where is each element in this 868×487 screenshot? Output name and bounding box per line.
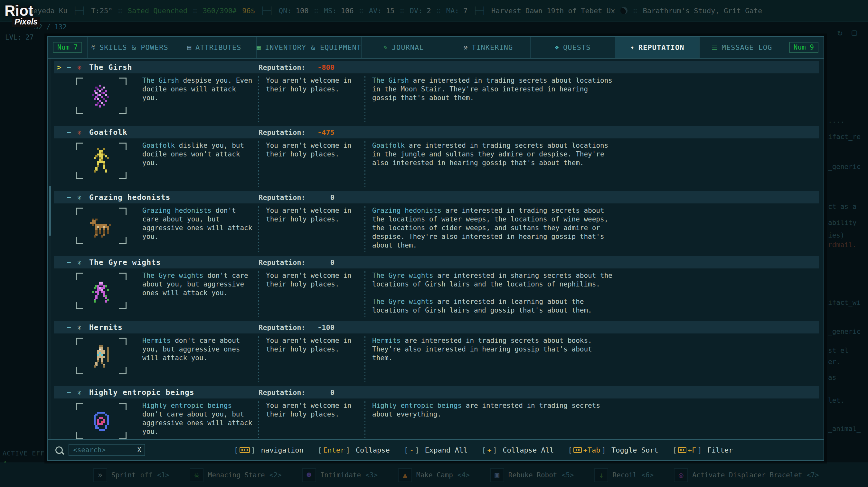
faction-header[interactable]: − ✳ The Gyre wights Reputation: 0 [54, 256, 819, 268]
faction-details: Hermits don't care about you, but aggres… [54, 333, 819, 382]
selection-cursor-icon: > [56, 63, 67, 71]
faction-interests-text: Grazing hedonists are interested in trad… [365, 206, 619, 252]
collapse-toggle[interactable]: − [67, 193, 77, 201]
faction-feeling-text: Goatfolk dislike you, but docile ones wo… [142, 141, 258, 187]
faction-sprite [54, 206, 142, 252]
hotkey-hint: [+Tab] Toggle Sort [568, 446, 658, 454]
faction-crest-icon: ✳ [77, 389, 89, 396]
tab-reputation[interactable]: ✦REPUTATION [615, 37, 700, 58]
faction-name: The Girsh [89, 63, 132, 71]
scrollbar-thumb[interactable] [49, 186, 51, 236]
interest-paragraph: Goatfolk are interested in trading secre… [372, 141, 614, 167]
faction-list: > − ✳ The Girsh Reputation: -800 The Gir… [54, 61, 819, 439]
reputation-value: -800 [297, 63, 335, 71]
faction-section: − ✳ Hermits Reputation: -100 Hermits don… [54, 321, 819, 382]
faction-header[interactable]: − ✳ Grazing hedonists Reputation: 0 [54, 191, 819, 203]
search-clear-button[interactable]: X [137, 446, 141, 454]
attributes-icon: ▤ [187, 43, 192, 51]
interest-paragraph: The Gyre wights are interested in learni… [372, 297, 614, 315]
journal-icon: ✎ [383, 43, 388, 51]
tab-attributes[interactable]: ▤ATTRIBUTES [172, 37, 257, 58]
faction-name: The Gyre wights [89, 258, 161, 266]
sprite-frame [76, 272, 127, 309]
tab-journal[interactable]: ✎JOURNAL [361, 37, 446, 58]
faction-feeling-text: Hermits don't care about you, but aggres… [142, 336, 258, 382]
faction-details: The Gyre wights don't care about you, bu… [54, 268, 819, 317]
hotkey-hint: [+F] Filter [673, 446, 733, 454]
faction-interests-text: Hermits are interested in trading secret… [365, 336, 619, 382]
faction-section: − ✳ Goatfolk Reputation: -475 Goatfolk d… [54, 126, 819, 187]
faction-section: − ✳ The Gyre wights Reputation: 0 The Gy… [54, 256, 819, 317]
search-input[interactable] [72, 446, 134, 454]
interest-paragraph: Grazing hedonists are interested in trad… [372, 206, 614, 250]
ctrl-key-icon [574, 447, 582, 453]
creature-sprite-icon [86, 406, 116, 436]
interest-paragraph: The Gyre wights are interested in sharin… [372, 271, 614, 289]
faction-holy-status-text: You aren't welcome in their holy places. [258, 336, 365, 382]
search-box[interactable]: X [69, 444, 145, 456]
faction-header[interactable]: > − ✳ The Girsh Reputation: -800 [54, 61, 819, 73]
reputation-value: -475 [297, 128, 335, 136]
collapse-toggle[interactable]: − [67, 388, 77, 396]
faction-holy-status-text: You aren't welcome in their holy places. [258, 76, 365, 122]
faction-header[interactable]: − ✳ Highly entropic beings Reputation: 0 [54, 386, 819, 398]
faction-details: Goatfolk dislike you, but docile ones wo… [54, 138, 819, 187]
tab-quests[interactable]: ❖QUESTS [530, 37, 615, 58]
reputation-value: 0 [297, 389, 335, 396]
faction-section: − ✳ Highly entropic beings Reputation: 0… [54, 386, 819, 439]
faction-details: The Girsh despise you. Even docile ones … [54, 73, 819, 122]
creature-sprite-icon [86, 146, 116, 176]
faction-crest-icon: ✳ [77, 128, 89, 136]
faction-crest-icon: ✳ [77, 63, 89, 71]
faction-crest-icon: ✳ [77, 258, 89, 266]
collapse-toggle[interactable]: − [67, 323, 77, 331]
faction-crest-icon: ✳ [77, 323, 89, 331]
faction-name: Grazing hedonists [89, 193, 170, 201]
faction-feeling-text: The Girsh despise you. Even docile ones … [142, 76, 258, 122]
reputation-content: ⇅ > − ✳ The Girsh Reputation: -800 The G… [48, 59, 824, 439]
next-page-hint[interactable]: Num 9 [789, 42, 818, 53]
faction-interests-text: The Girsh are interested in trading secr… [365, 76, 619, 122]
prev-page-hint[interactable]: Num 7 [53, 42, 82, 53]
faction-details: Highly entropic beings don't care about … [54, 398, 819, 439]
interest-paragraph: Highly entropic beings are interested in… [372, 401, 614, 419]
search-icon [55, 447, 63, 454]
faction-section: − ✳ Grazing hedonists Reputation: 0 Graz… [54, 191, 819, 252]
collapse-toggle[interactable]: − [67, 128, 77, 136]
sprite-frame [76, 207, 127, 244]
tab-message-log[interactable]: ☰MESSAGE LOG [699, 37, 784, 58]
riot-pixels-watermark: Riot Pixels [4, 3, 40, 27]
sprite-frame [76, 77, 127, 114]
sprite-frame [76, 142, 127, 179]
faction-interests-text: The Gyre wights are interested in sharin… [365, 271, 619, 317]
faction-header[interactable]: − ✳ Hermits Reputation: -100 [54, 321, 819, 333]
reputation-icon: ✦ [630, 43, 634, 51]
collapse-toggle[interactable]: − [67, 258, 77, 266]
tinkering-icon: ⚒ [463, 43, 468, 51]
tab-tinkering[interactable]: ⚒TINKERING [446, 37, 531, 58]
faction-sprite [54, 76, 142, 122]
hotkey-hint: [+] Collapse All [482, 446, 554, 454]
faction-feeling-text: The Gyre wights don't care about you, bu… [142, 271, 258, 317]
hotkey-hint: [-] Expand All [404, 446, 467, 454]
scrollbar-track[interactable] [49, 59, 51, 439]
collapse-toggle[interactable]: − [67, 63, 77, 71]
sprite-frame [76, 403, 127, 439]
quests-icon: ❖ [555, 43, 559, 51]
tab-list: ↯SKILLS & POWERS▤ATTRIBUTES▦INVENTORY & … [87, 37, 784, 58]
interest-paragraph: The Girsh are interested in trading secr… [372, 76, 614, 102]
reputation-value: -100 [297, 323, 335, 331]
creature-sprite-icon [86, 276, 116, 306]
faction-feeling-text: Highly entropic beings don't care about … [142, 401, 258, 439]
ctrl-key-icon [678, 447, 686, 453]
faction-sprite [54, 336, 142, 382]
creature-sprite-icon [86, 341, 116, 371]
tab-skills-powers[interactable]: ↯SKILLS & POWERS [87, 37, 172, 58]
faction-holy-status-text: You aren't welcome in their holy places. [258, 401, 365, 439]
tab-inventory-equipment[interactable]: ▦INVENTORY & EQUIPMENT [256, 37, 361, 58]
creature-sprite-icon [86, 211, 116, 241]
inventory-icon: ▦ [257, 43, 261, 51]
faction-header[interactable]: − ✳ Goatfolk Reputation: -475 [54, 126, 819, 138]
reputation-value: 0 [297, 193, 335, 201]
watermark-bottom-text: Pixels [12, 17, 40, 27]
